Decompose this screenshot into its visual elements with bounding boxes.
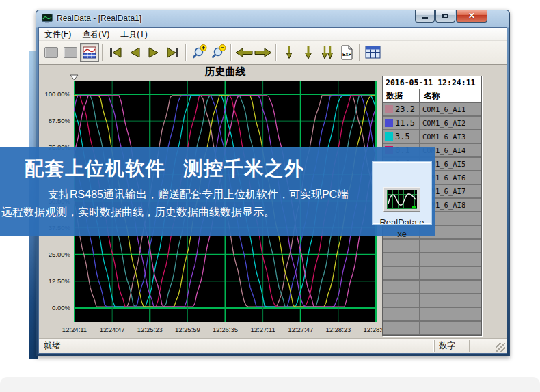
cursor-down-bold-button[interactable] (299, 43, 318, 62)
go-first-icon (108, 47, 123, 58)
channel-value: 3.5 (395, 132, 410, 141)
bottom-section-edge (0, 377, 540, 392)
zoom-in-icon (191, 44, 207, 60)
menu-tools[interactable]: 工具(T) (115, 28, 152, 41)
menu-file[interactable]: 文件(F) (39, 28, 77, 41)
promo-banner: 配套上位机软件测控千米之外 支持RS485通讯输出，赠送配套专用上位机软件，可实… (0, 147, 435, 236)
data-table-icon (365, 46, 381, 59)
cursor-down-double-icon (321, 45, 334, 59)
export-icon: EXP (340, 45, 353, 60)
title-bar[interactable]: RealData - [RealData1] ✕ (36, 10, 510, 27)
table-row[interactable] (383, 308, 481, 320)
channel-value: 11.5 (395, 118, 415, 128)
x-axis-tick-label: 12:25:23 (131, 326, 168, 333)
x-axis-tick-label: 12:24:47 (94, 326, 131, 333)
monitor-icon (383, 187, 420, 214)
zoom-in-button[interactable] (189, 43, 208, 62)
x-axis-tick-label: 12:25:59 (169, 326, 206, 333)
y-axis-tick-label: 0.00% (39, 304, 70, 311)
pan-right-button[interactable] (254, 43, 273, 62)
pan-left-button[interactable] (234, 43, 254, 62)
channel-name: COM1_6_AI2 (420, 117, 481, 129)
x-axis-tick-label: 12:24:11 (56, 326, 93, 333)
series-color-swatch (385, 119, 393, 127)
table-row[interactable] (383, 253, 481, 266)
maximize-icon (442, 14, 448, 18)
export-button[interactable]: EXP (337, 43, 356, 62)
banner-heading-left: 配套上位机软件 (25, 158, 166, 179)
chart-title: 历史曲线 (74, 66, 377, 79)
column-header-data[interactable]: 数据 (383, 89, 419, 102)
desktop-icon-realdata-exe[interactable]: RealData.e xe (373, 162, 431, 224)
cursor-down-double-button[interactable] (318, 43, 337, 62)
history-chart-button[interactable] (80, 43, 99, 62)
x-axis-tick-label: 12:26:35 (207, 326, 244, 333)
column-header-name[interactable]: 名称 (419, 89, 481, 102)
toolbar-blank-button-1[interactable] (42, 43, 61, 62)
cursor-down-bold-icon (303, 45, 313, 59)
pan-right-icon (254, 48, 272, 57)
history-chart-icon (83, 46, 96, 59)
status-text: 就绪 (39, 340, 60, 352)
table-header: 数据 名称 (383, 89, 481, 103)
go-last-button[interactable] (163, 43, 183, 62)
desktop-icon-label: RealData.e xe (373, 216, 431, 240)
series-color-swatch (385, 105, 393, 113)
y-axis-tick-label: 100.00% (39, 90, 70, 98)
status-mode: 数字 (434, 340, 470, 352)
x-axis-tick-label: 12:27:47 (282, 326, 319, 333)
channel-name: COM1_6_AI1 (420, 103, 481, 115)
y-axis-tick-label: 87.50% (39, 117, 70, 124)
cursor-down-button[interactable] (280, 43, 299, 62)
menu-bar: 文件(F) 查看(V) 工具(T) (39, 28, 507, 41)
pan-left-icon (235, 48, 253, 57)
zoom-out-icon (211, 44, 226, 60)
go-previous-icon (128, 47, 141, 58)
toolbar-separator (102, 44, 103, 61)
menu-view[interactable]: 查看(V) (77, 28, 115, 41)
blank-icon (44, 47, 58, 58)
minimize-icon (422, 17, 428, 19)
table-row[interactable]: 23.2COM1_6_AI1 (383, 103, 481, 115)
export-label: EXP (342, 52, 352, 57)
blank-icon (64, 47, 77, 58)
zoom-out-button[interactable] (208, 43, 228, 62)
cursor-marker-icon[interactable] (70, 74, 79, 81)
timestamp: 2016-05-11 12:24:11 (383, 76, 481, 89)
go-next-button[interactable] (144, 43, 163, 62)
toolbar-blank-button-2[interactable] (61, 43, 80, 62)
go-first-button[interactable] (106, 43, 125, 62)
maximize-button[interactable] (435, 10, 455, 23)
go-last-icon (165, 47, 180, 58)
banner-line-2: 远程数据观测，实时数据曲线，历史数据曲线数据显示。 (1, 206, 275, 220)
go-next-icon (147, 47, 161, 58)
channel-value: 23.2 (395, 104, 415, 114)
close-icon: ✕ (468, 12, 475, 20)
y-axis-tick-label: 25.00% (39, 251, 70, 258)
cursor-down-icon (284, 46, 294, 59)
table-row[interactable]: 11.5COM1_6_AI2 (383, 117, 481, 129)
table-row[interactable]: 3.5COM1_6_AI3 (383, 130, 481, 143)
table-row[interactable] (383, 267, 481, 279)
channel-name: COM1_6_AI3 (420, 130, 481, 143)
y-axis-tick-label: 12.50% (39, 277, 70, 285)
x-axis-tick-label: 12:28:23 (320, 326, 357, 333)
minimize-button[interactable] (415, 10, 435, 23)
toolbar-separator (185, 44, 187, 61)
power-led (412, 206, 416, 208)
table-row[interactable] (383, 240, 481, 252)
table-row[interactable] (383, 281, 481, 293)
toolbar-separator (359, 44, 360, 61)
x-axis-tick-label: 12:27:11 (245, 326, 282, 333)
go-previous-button[interactable] (125, 43, 144, 62)
toolbar-separator (230, 44, 232, 61)
data-table-button[interactable] (363, 43, 382, 62)
table-row[interactable] (383, 294, 481, 307)
app-icon (42, 14, 53, 23)
series-color-swatch (385, 132, 393, 141)
resize-grip[interactable] (496, 343, 505, 352)
table-row[interactable] (383, 322, 481, 334)
toolbar: EXP (39, 41, 507, 64)
banner-line-1: 支持RS485通讯输出，赠送配套专用上位机软件，可实现PC端 (48, 188, 348, 202)
close-button[interactable]: ✕ (456, 10, 487, 23)
